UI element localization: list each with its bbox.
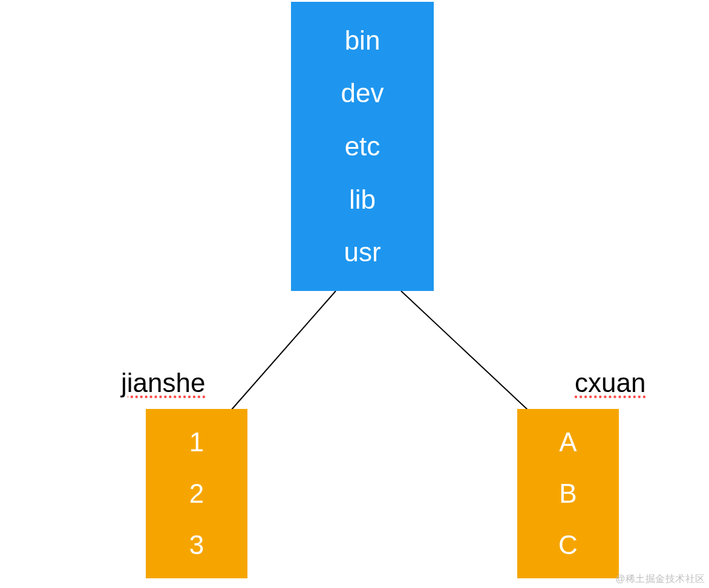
watermark-text: @稀土掘金技术社区 xyxy=(615,573,705,586)
root-item: bin xyxy=(345,25,381,56)
root-item: etc xyxy=(345,131,381,162)
right-item: B xyxy=(559,479,577,509)
connector-right xyxy=(401,291,528,410)
root-item: usr xyxy=(344,237,381,267)
right-item: C xyxy=(558,530,578,560)
right-item: A xyxy=(559,427,577,457)
left-item: 2 xyxy=(189,479,204,509)
left-child-label: jianshe xyxy=(121,368,205,398)
right-child-box: A B C xyxy=(517,409,619,578)
root-directory-box: bin dev etc lib usr xyxy=(291,2,434,291)
right-child-label: cxuan xyxy=(575,368,645,398)
root-item: lib xyxy=(349,185,376,215)
left-child-box: 1 2 3 xyxy=(146,409,247,578)
left-item: 3 xyxy=(189,530,204,560)
left-item: 1 xyxy=(189,427,204,457)
root-item: dev xyxy=(341,78,384,108)
connector-left xyxy=(231,291,336,410)
